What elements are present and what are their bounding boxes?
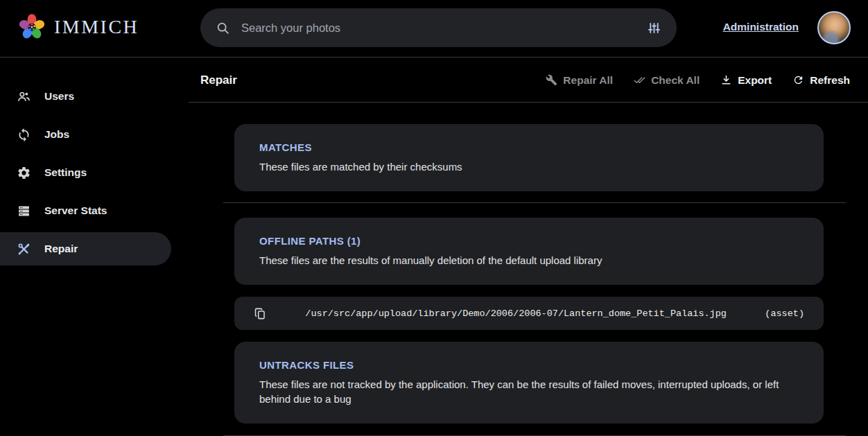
top-navigation-bar: IMMICH Administration: [0, 0, 868, 58]
matches-title: MATCHES: [259, 141, 799, 153]
users-icon: [17, 89, 31, 104]
sidebar-item-label: Repair: [44, 243, 78, 255]
administration-link[interactable]: Administration: [723, 21, 799, 33]
search-input[interactable]: [240, 21, 637, 35]
wrench-icon: [546, 74, 557, 86]
offline-file-tag: (asset): [765, 308, 805, 319]
refresh-label: Refresh: [810, 74, 850, 87]
untracked-files-title: UNTRACKS FILES: [259, 359, 799, 371]
sidebar-item-repair[interactable]: Repair: [0, 232, 171, 265]
offline-paths-title: OFFLINE PATHS (1): [259, 235, 799, 247]
page-header: Repair Repair All: [189, 58, 868, 103]
search-filters-icon[interactable]: [647, 21, 661, 35]
logo-wordmark: IMMICH: [54, 16, 139, 38]
search-bar[interactable]: [200, 8, 677, 47]
offline-file-path: /usr/src/app/upload/library/Demo/2006/20…: [267, 308, 765, 319]
sidebar-item-label: Jobs: [44, 128, 69, 141]
untracked-files-card: UNTRACKS FILES These files are not track…: [234, 342, 824, 424]
immich-flower-icon: [17, 12, 47, 42]
sidebar-item-label: Settings: [44, 166, 87, 179]
page-title: Repair: [200, 73, 237, 87]
immich-logo[interactable]: IMMICH: [17, 12, 139, 42]
repair-all-button[interactable]: Repair All: [546, 74, 613, 87]
check-all-button[interactable]: Check All: [634, 74, 700, 87]
offline-file-row[interactable]: /usr/src/app/upload/library/Demo/2006/20…: [234, 297, 824, 330]
offline-paths-card: OFFLINE PATHS (1) These files are the re…: [234, 218, 824, 285]
tools-icon: [17, 242, 31, 256]
copy-icon: [254, 307, 267, 320]
sidebar-item-label: Server Stats: [44, 204, 107, 217]
admin-sidebar: Users Jobs Settings: [0, 58, 189, 436]
export-button[interactable]: Export: [720, 74, 772, 87]
gear-icon: [17, 166, 31, 180]
check-all-label: Check All: [651, 74, 700, 87]
search-icon: [216, 21, 230, 35]
download-icon: [720, 74, 732, 86]
sidebar-item-jobs[interactable]: Jobs: [0, 118, 171, 151]
untracked-files-description: These files are not tracked by the appli…: [259, 377, 797, 406]
server-icon: [17, 204, 31, 218]
sidebar-item-users[interactable]: Users: [0, 80, 171, 113]
main-content: Repair Repair All: [189, 58, 868, 436]
offline-paths-description: These files are the results of manually …: [259, 253, 797, 268]
sidebar-item-settings[interactable]: Settings: [0, 156, 171, 189]
repair-sections: MATCHES These files are matched by their…: [189, 103, 868, 436]
immich-admin-repair-page: IMMICH Administration: [0, 0, 868, 436]
section-divider: [223, 202, 846, 203]
matches-card: MATCHES These files are matched by their…: [234, 124, 824, 191]
repair-all-label: Repair All: [563, 74, 613, 87]
matches-description: These files are matched by their checksu…: [259, 159, 797, 174]
user-avatar[interactable]: [817, 11, 851, 44]
sidebar-item-server-stats[interactable]: Server Stats: [0, 194, 171, 227]
header-toolbar: Repair All Check All: [546, 74, 850, 87]
refresh-icon: [792, 74, 804, 86]
sidebar-item-label: Users: [44, 90, 74, 103]
refresh-button[interactable]: Refresh: [792, 74, 850, 87]
copy-path-button[interactable]: [254, 307, 267, 320]
done-all-icon: [634, 74, 645, 86]
sync-icon: [17, 128, 31, 142]
export-label: Export: [738, 74, 772, 87]
